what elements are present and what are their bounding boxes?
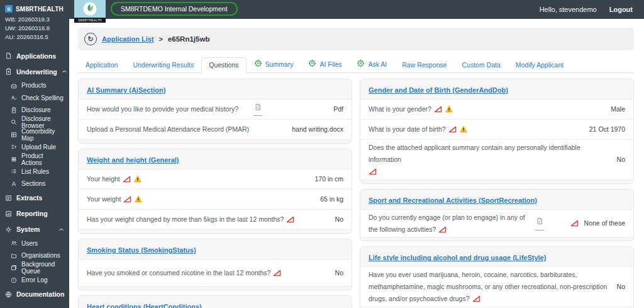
sidebar-item-organisations[interactable]: Organisations (0, 249, 69, 262)
question-row: Have you smoked or consumed nicotine in … (79, 260, 352, 287)
background-queue-icon (11, 265, 17, 271)
question-row: Upload a Personal Medical Attendance Rec… (79, 120, 352, 140)
gear-icon (5, 226, 12, 233)
tab-custom-data[interactable]: Custom Data (454, 57, 508, 73)
document-icon (5, 52, 12, 59)
answer-text: None of these (584, 217, 625, 229)
tab-questions[interactable]: Questions (201, 57, 246, 73)
question-text: Has your weight changed by more than 5kg… (87, 215, 284, 223)
sidebar-item-sections[interactable]: Sections (0, 178, 69, 190)
breadcrumb-separator: > (159, 35, 163, 43)
card-title-link[interactable]: Sport and Recreational Activities (Sport… (369, 197, 537, 204)
environment-badge: SM8RTDEMO Internal Development (111, 2, 238, 16)
sidebar-item-comorbidity-map[interactable]: Comorbidity Map (0, 128, 69, 141)
sidebar-item-label: Underwriting (16, 68, 57, 76)
card-lifestyle: Life style including alcohol and drug us… (360, 246, 634, 308)
version-uw: UW: 20260316.8 (5, 24, 64, 33)
sidebar-item-label: Reporting (16, 210, 48, 217)
tab-raw-response[interactable]: Raw Response (394, 57, 454, 73)
chevron-down-icon (69, 292, 69, 297)
tab-summary[interactable]: AI Summary (247, 55, 301, 73)
sidebar-item-label: Products (21, 82, 46, 89)
question-row: What is your date of birth? 21 Oct 1970 (360, 120, 633, 140)
question-text: Your height (87, 175, 120, 183)
version-au: AU: 20260316.5 (5, 33, 64, 42)
sidebar-item-disclosure-browser[interactable]: Disclosure Browser (0, 117, 69, 129)
card-title-link[interactable]: Life style including alcohol and drug us… (369, 254, 546, 261)
refresh-icon[interactable]: ↻ (84, 33, 97, 45)
red-flag-icon (273, 270, 281, 277)
svg-text:SM8RTHEALTH: SM8RTHEALTH (78, 19, 102, 22)
tab-label: Underwriting Results (133, 61, 194, 69)
answer-text: hand writing.docx (292, 123, 343, 135)
chevron-up-icon (58, 227, 64, 232)
red-flag-icon (438, 226, 447, 233)
sidebar-item-products[interactable]: Products (0, 79, 69, 92)
sidebar-item-error-log[interactable]: Error Log (0, 274, 69, 287)
main-content: ↻ Application List > e65Rn1j5wb Applicat… (69, 19, 644, 308)
sidebar-item-applications[interactable]: Applications (0, 48, 69, 64)
tab-label: Ask AI (368, 60, 387, 68)
tab-label: Raw Response (402, 61, 447, 69)
tab-bar: Application Underwriting Results Questio… (78, 55, 634, 73)
tab-underwriting-results[interactable]: Underwriting Results (125, 57, 201, 73)
sections-icon (11, 181, 17, 187)
brand-logo[interactable]: SM8RTHEALTH (74, 0, 106, 24)
ai-gear-icon: AI (254, 59, 262, 69)
sidebar-item-background-queue[interactable]: Background Queue (0, 262, 69, 275)
sidebar-item-system[interactable]: System (0, 222, 69, 237)
sidebar-item-users[interactable]: Users (0, 237, 69, 250)
logout-button[interactable]: Logout (609, 6, 633, 13)
question-row: Does the attached applicant summary cont… (360, 140, 633, 180)
answer-text: 170 in cm (314, 173, 343, 185)
sidebar-item-extracts[interactable]: Extracts (0, 190, 69, 206)
breadcrumb: ↻ Application List > e65Rn1j5wb (78, 28, 634, 50)
sidebar-item-label: Documentation (16, 290, 64, 298)
tab-modify-applicant[interactable]: Modify Applicant (508, 57, 571, 73)
tray-icon (11, 83, 17, 89)
tab-ask-ai[interactable]: AI Ask AI (349, 55, 394, 73)
sidebar-item-upload-rule[interactable]: Upload Rule (0, 141, 69, 154)
tab-ai-files[interactable]: AI AI Files (301, 55, 349, 73)
yellow-warning-icon (459, 125, 468, 133)
card-sport-recreation: Sport and Recreational Activities (Sport… (360, 189, 634, 242)
sidebar-menu: Applications Underwriting Products Check… (0, 48, 69, 302)
answer-text: No (617, 281, 625, 293)
sidebar-item-check-spelling[interactable]: Check Spelling (0, 92, 69, 105)
svg-text:AI: AI (360, 62, 363, 65)
card-gender-dob: Gender and Date of Birth (GenderAndDob) … (360, 79, 634, 184)
question-text: Have you ever used marijuana, heroin, co… (369, 271, 607, 302)
sidebar-item-label: Disclosure (21, 106, 51, 113)
sidebar-item-documentation[interactable]: Documentation (0, 287, 69, 302)
sidebar-item-label: System (16, 225, 40, 233)
answer-text: Pdf (333, 103, 343, 115)
sidebar-item-underwriting[interactable]: Underwriting (0, 64, 69, 79)
sidebar-item-reporting[interactable]: Reporting (0, 206, 69, 222)
document-icon[interactable] (535, 217, 544, 231)
card-title-link[interactable]: Heart conditions (HeartConditions) (87, 303, 202, 308)
sidebar-item-disclosure[interactable]: Disclosure (0, 104, 69, 117)
brand-logo-image: SM8RTHEALTH (74, 0, 106, 24)
sidebar-item-list-rules[interactable]: List Rules (0, 166, 69, 178)
tab-application[interactable]: Application (78, 57, 125, 73)
clipboard-icon (11, 107, 17, 113)
card-title-link[interactable]: Weight and height (General) (87, 156, 179, 164)
answer-text: Male (611, 103, 625, 115)
sidebar-brand: S SM8RTHEALTH (0, 0, 69, 14)
question-row: Your height 170 in cm (79, 169, 352, 190)
user-greeting: Hello, stevendemo (540, 6, 597, 13)
red-flag-icon (123, 196, 131, 203)
card-title-link[interactable]: Smoking Status (SmokingStatus) (87, 246, 196, 254)
folder-icon (11, 253, 17, 259)
question-text: Have you smoked or consumed nicotine in … (87, 269, 270, 277)
red-flag-icon (286, 216, 294, 223)
sidebar: S SM8RTHEALTH WB: 20260319.3 UW: 2026031… (0, 0, 69, 308)
sidebar-item-product-actions[interactable]: Product Actions (0, 153, 69, 166)
reporting-icon (5, 210, 12, 217)
sidebar-item-label: Upload Rule (21, 144, 56, 151)
card-title-link[interactable]: Gender and Date of Birth (GenderAndDob) (369, 86, 508, 94)
map-grid-icon (11, 132, 17, 138)
breadcrumb-application-list-link[interactable]: Application List (102, 35, 154, 43)
document-icon[interactable] (253, 103, 262, 117)
card-title-link[interactable]: AI Summary (AiSection) (87, 86, 165, 94)
